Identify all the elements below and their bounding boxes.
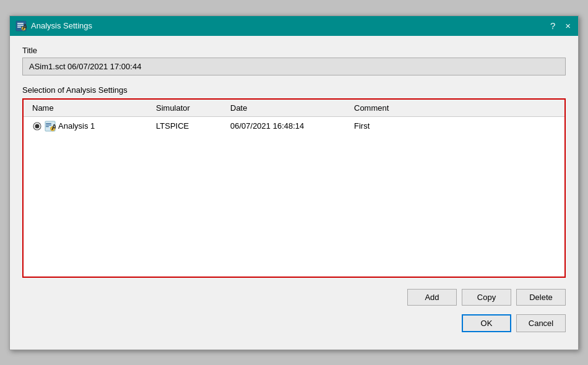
add-button[interactable]: Add (407, 289, 457, 306)
col-date: Date (228, 102, 352, 114)
radio-selected-icon (32, 121, 42, 131)
copy-button[interactable]: Copy (462, 289, 511, 306)
col-comment: Comment (352, 102, 558, 114)
svg-rect-11 (46, 126, 49, 127)
cell-name: A Analysis 1 (30, 119, 153, 133)
cell-date: 06/07/2021 16:48:14 (228, 120, 352, 132)
close-button[interactable]: × (563, 21, 573, 30)
cancel-button[interactable]: Cancel (516, 314, 566, 332)
analysis-settings-dialog: A Analysis Settings ? × Title ASim1.sct … (9, 15, 579, 350)
ok-label: OK (481, 319, 493, 328)
copy-label: Copy (477, 293, 496, 302)
dialog-body: Title ASim1.sct 06/07/2021 17:00:44 Sele… (10, 36, 578, 350)
svg-rect-3 (17, 27, 21, 28)
title-section: Title ASim1.sct 06/07/2021 17:00:44 (22, 46, 566, 75)
row-name: Analysis 1 (58, 121, 95, 131)
selection-section: Selection of Analysis Settings Name Simu… (22, 82, 566, 278)
svg-text:A: A (51, 122, 56, 132)
cell-comment: First (352, 120, 558, 132)
help-button[interactable]: ? (548, 21, 558, 30)
confirm-buttons: OK Cancel (22, 314, 566, 340)
svg-text:A: A (22, 22, 27, 32)
action-buttons: Add Copy Delete (22, 289, 566, 306)
table-row[interactable]: A Analysis 1 LTSPICE 06/07/2021 16:48:14… (24, 117, 564, 135)
title-label: Title (22, 46, 566, 55)
analysis-table: Name Simulator Date Comment (22, 98, 566, 278)
title-value: ASim1.sct 06/07/2021 17:00:44 (22, 58, 566, 75)
col-name: Name (30, 102, 153, 114)
table-header: Name Simulator Date Comment (24, 100, 564, 117)
delete-label: Delete (529, 293, 553, 302)
delete-button[interactable]: Delete (516, 289, 566, 306)
svg-rect-9 (46, 123, 51, 124)
title-bar-text: Analysis Settings (31, 21, 548, 30)
svg-point-7 (35, 124, 40, 128)
cell-simulator: LTSPICE (153, 120, 228, 132)
svg-rect-10 (46, 124, 51, 125)
title-bar: A Analysis Settings ? × (10, 16, 578, 36)
col-simulator: Simulator (153, 102, 228, 114)
selection-label: Selection of Analysis Settings (22, 85, 566, 95)
add-label: Add (425, 293, 439, 302)
analysis-item-icon: A (45, 121, 56, 132)
cancel-label: Cancel (529, 319, 553, 328)
app-icon: A (15, 20, 27, 32)
title-bar-controls: ? × (548, 21, 573, 30)
ok-button[interactable]: OK (462, 314, 511, 332)
